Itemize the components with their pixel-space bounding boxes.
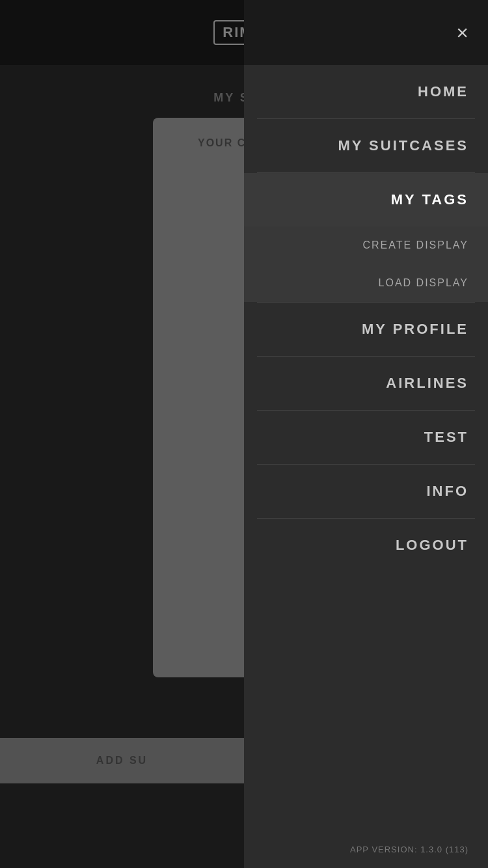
sidebar-item-test-label: TEST xyxy=(424,429,468,445)
sidebar-item-info[interactable]: INFO xyxy=(244,465,488,518)
sidebar-item-logout[interactable]: LOGOUT xyxy=(244,519,488,572)
sidebar-item-my-suitcases-label: MY SUITCASES xyxy=(338,137,468,154)
sidebar-item-home[interactable]: HOME xyxy=(244,65,488,118)
sidebar-item-info-label: INFO xyxy=(426,483,468,499)
app-version-text: APP VERSION: 1.3.0 (113) xyxy=(350,845,468,854)
nav-drawer: × HOME MY SUITCASES MY TAGS CREATE DISPL… xyxy=(244,0,488,868)
sidebar-item-create-display[interactable]: CREATE DISPLAY xyxy=(244,226,488,264)
sidebar-item-logout-label: LOGOUT xyxy=(396,537,468,553)
sidebar-item-my-profile-label: MY PROFILE xyxy=(362,321,468,337)
app-version: APP VERSION: 1.3.0 (113) xyxy=(244,830,488,868)
sidebar-item-airlines[interactable]: AIRLINES xyxy=(244,357,488,410)
sidebar-item-load-display[interactable]: LOAD DISPLAY xyxy=(244,264,488,302)
close-button[interactable]: × xyxy=(456,22,468,43)
nav-items-list: HOME MY SUITCASES MY TAGS CREATE DISPLAY… xyxy=(244,65,488,830)
sidebar-item-create-display-label: CREATE DISPLAY xyxy=(362,239,468,251)
my-tags-section: MY TAGS CREATE DISPLAY LOAD DISPLAY xyxy=(244,173,488,302)
sidebar-item-my-profile[interactable]: MY PROFILE xyxy=(244,303,488,356)
sidebar-item-home-label: HOME xyxy=(418,83,468,100)
drawer-header: × xyxy=(244,0,488,65)
sidebar-item-airlines-label: AIRLINES xyxy=(386,375,468,391)
sidebar-item-test[interactable]: TEST xyxy=(244,411,488,464)
sidebar-item-my-suitcases[interactable]: MY SUITCASES xyxy=(244,119,488,172)
sidebar-item-my-tags-label: MY TAGS xyxy=(391,191,468,208)
sidebar-item-my-tags[interactable]: MY TAGS xyxy=(244,173,488,226)
sidebar-item-load-display-label: LOAD DISPLAY xyxy=(379,277,468,288)
